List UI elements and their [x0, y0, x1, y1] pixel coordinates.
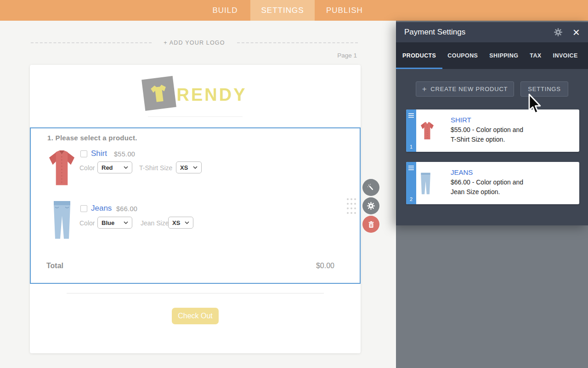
- panel-tab-bar: PRODUCTS COUPONS SHIPPING TAX INVOICE: [396, 42, 588, 69]
- tab-publish[interactable]: PUBLISH: [326, 0, 361, 21]
- product-name[interactable]: SHIRT: [451, 116, 523, 124]
- close-icon[interactable]: ×: [573, 28, 580, 37]
- jeans-image: [52, 199, 72, 241]
- delete-button[interactable]: [362, 216, 379, 233]
- panel-gear-button[interactable]: [554, 28, 563, 37]
- card-index-badge: 1: [406, 144, 416, 150]
- tab-build[interactable]: BUILD: [208, 0, 243, 21]
- jeans-size-value: XS: [172, 219, 185, 226]
- checkout-button[interactable]: Check Out: [172, 308, 219, 324]
- jeans-color-label: Color: [79, 219, 95, 227]
- shirt-icon: [420, 109, 435, 152]
- product-card-shirt[interactable]: 1 SHIRT $55.00 - Color option and T-Shir…: [406, 109, 579, 152]
- card-index-badge: 2: [406, 196, 416, 202]
- plus-icon: +: [422, 85, 427, 94]
- panel-header: Payment Settings: [396, 22, 588, 42]
- chevron-down-icon: [185, 221, 189, 224]
- tab-coupons[interactable]: COUPONS: [447, 42, 478, 69]
- create-new-product-label: CREATE NEW PRODUCT: [430, 86, 508, 92]
- wizard-button[interactable]: [362, 179, 379, 196]
- card-drag-strip[interactable]: 2: [406, 162, 416, 204]
- tab-settings[interactable]: SETTINGS: [250, 0, 315, 21]
- payment-settings-panel: Payment Settings: [396, 22, 588, 225]
- card-drag-strip[interactable]: 1: [406, 109, 416, 152]
- top-navigation: BUILD SETTINGS PUBLISH: [0, 0, 588, 21]
- jeans-color-value: Blue: [102, 219, 124, 226]
- shirt-color-value: Red: [102, 164, 124, 171]
- page-label: Page 1: [31, 52, 357, 59]
- form-card: RENDY 1. Please select a product. Shirt …: [30, 65, 361, 353]
- shirt-price: $55.00: [114, 150, 135, 158]
- dashed-divider: [237, 42, 358, 43]
- properties-button[interactable]: [362, 197, 379, 214]
- jeans-icon: [420, 162, 431, 204]
- form-divider: [67, 293, 324, 293]
- panel-actions: + CREATE NEW PRODUCT SETTINGS: [416, 81, 588, 97]
- product-description: $55.00 - Color option and T-Shirt Size o…: [451, 125, 523, 144]
- brand-logo: RENDY: [30, 78, 361, 109]
- shirt-size-label: T-Shirt Size: [139, 164, 172, 172]
- add-logo-button[interactable]: + ADD YOUR LOGO: [164, 40, 225, 46]
- product-settings-button[interactable]: SETTINGS: [520, 81, 568, 97]
- tab-products[interactable]: PRODUCTS: [402, 42, 436, 69]
- shirt-name[interactable]: Shirt: [91, 149, 107, 158]
- tab-tax[interactable]: TAX: [530, 42, 541, 69]
- trash-icon: [367, 220, 375, 229]
- product-description: $66.00 - Color option and Jean Size opti…: [451, 178, 523, 197]
- jeans-name[interactable]: Jeans: [91, 204, 112, 213]
- panel-title: Payment Settings: [404, 28, 554, 37]
- chevron-down-icon: [124, 166, 128, 169]
- dashed-divider: [31, 42, 152, 43]
- shirt-size-select[interactable]: XS: [176, 161, 202, 173]
- tab-invoice[interactable]: INVOICE: [553, 42, 578, 69]
- shirt-color-select[interactable]: Red: [97, 161, 132, 173]
- jeans-size-select[interactable]: XS: [168, 217, 193, 229]
- app-window: BUILD SETTINGS PUBLISH + ADD YOUR LOGO P…: [0, 0, 588, 368]
- chevron-down-icon: [193, 166, 198, 169]
- question-title: 1. Please select a product.: [47, 134, 137, 142]
- drag-handle[interactable]: [347, 198, 356, 214]
- product-card-jeans[interactable]: 2 JEANS $66.00 - Color option and Jean S…: [406, 162, 579, 204]
- magic-wand-icon: [367, 183, 375, 192]
- shirt-color-label: Color: [79, 164, 95, 172]
- total-label: Total: [46, 262, 63, 270]
- brand-divider: [148, 116, 243, 117]
- gear-icon: [367, 201, 375, 210]
- panel-body: + CREATE NEW PRODUCT SETTINGS 1: [396, 69, 588, 204]
- chevron-down-icon: [124, 221, 128, 224]
- drag-handle-icon: [408, 113, 414, 119]
- gear-icon: [554, 28, 563, 37]
- field-action-buttons: [362, 179, 379, 233]
- payment-question-selected[interactable]: 1. Please select a product. Shirt $55.00…: [30, 127, 361, 284]
- product-name[interactable]: JEANS: [451, 168, 523, 176]
- add-logo-row: + ADD YOUR LOGO: [31, 40, 358, 46]
- shirt-size-value: XS: [180, 164, 193, 171]
- jeans-checkbox[interactable]: [80, 205, 87, 212]
- shirt-checkbox[interactable]: [80, 150, 87, 157]
- jeans-size-label: Jean Size: [141, 219, 169, 227]
- brand-tshirt-icon: [142, 76, 177, 111]
- brand-text: RENDY: [176, 85, 247, 105]
- jeans-color-select[interactable]: Blue: [97, 217, 132, 229]
- shirt-image: [47, 150, 76, 188]
- total-value: $0.00: [316, 262, 334, 270]
- tab-shipping[interactable]: SHIPPING: [489, 42, 518, 69]
- jeans-price: $66.00: [116, 205, 137, 213]
- drag-handle-icon: [408, 166, 414, 171]
- create-new-product-button[interactable]: + CREATE NEW PRODUCT: [416, 81, 514, 97]
